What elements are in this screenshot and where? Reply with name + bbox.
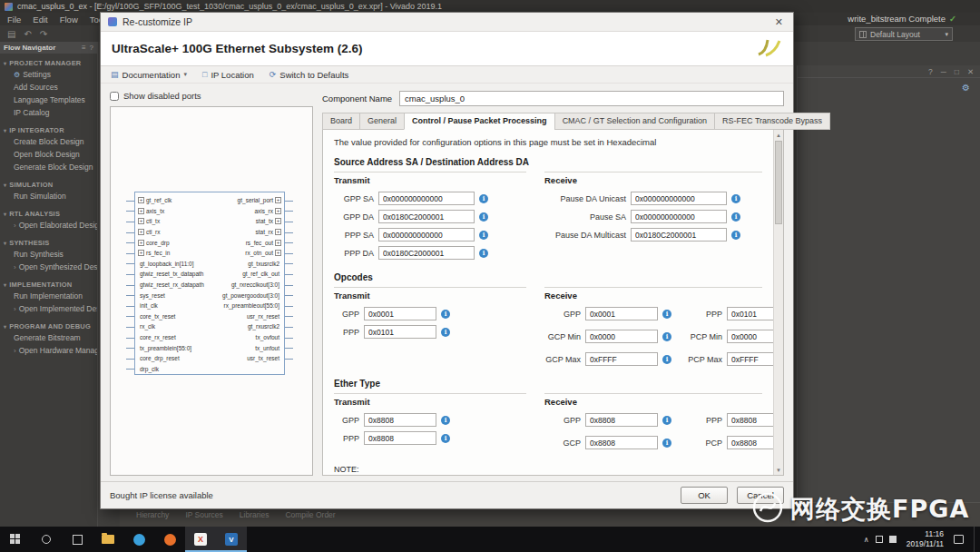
taskbar-clock[interactable]: 11:16 2019/11/11 [903,529,947,548]
port-expand-icon[interactable]: + [275,218,281,224]
info-icon[interactable]: i [441,434,450,443]
hex-input[interactable] [364,431,436,445]
redo-icon[interactable]: ↷ [40,29,47,39]
gear-icon[interactable]: ⚙ [962,83,970,93]
port-expand-icon[interactable]: + [275,229,281,235]
hex-input[interactable] [631,210,727,223]
hex-input[interactable] [585,330,658,343]
info-icon[interactable]: i [662,310,671,319]
volume-icon[interactable] [889,536,897,543]
ok-button[interactable]: OK [681,487,728,504]
hex-input[interactable] [631,228,727,242]
ip-location-link[interactable]: □ IP Location [202,70,254,80]
panel-minimize-icon[interactable]: ─ [941,67,946,76]
info-icon[interactable]: i [662,439,671,448]
hex-input[interactable] [727,352,773,366]
info-icon[interactable]: i [662,332,671,341]
info-icon[interactable]: i [662,355,671,364]
show-desktop-button[interactable] [974,527,977,552]
port-expand-icon[interactable]: + [275,208,281,214]
panel-close-icon[interactable]: ✕ [967,67,974,76]
file-explorer-button[interactable] [93,527,123,552]
panel-help-icon[interactable]: ? [928,67,933,76]
sidebar-item-run-synthesis[interactable]: Run Synthesis [0,248,97,261]
hex-input[interactable] [378,192,475,205]
switch-to-defaults-link[interactable]: ⟳ Switch to Defaults [270,70,349,80]
port-expand-icon[interactable]: + [138,208,144,214]
panel-tab[interactable]: Hierarchy [136,510,169,519]
sidebar-item-open-block-design[interactable]: Open Block Design [0,148,97,161]
show-disabled-ports-checkbox[interactable] [110,92,119,101]
hex-input[interactable] [585,413,658,427]
scroll-up-icon[interactable]: ▲ [774,130,783,140]
info-icon[interactable]: i [662,416,671,425]
hex-input[interactable] [364,325,436,339]
tab-general[interactable]: General [359,113,405,130]
task-view-button[interactable] [62,527,93,552]
info-icon[interactable]: i [731,194,740,203]
sidebar-item-settings[interactable]: ⚙Settings [0,68,97,81]
info-icon[interactable]: i [731,212,740,222]
close-icon[interactable]: ✕ [772,16,786,28]
hex-input[interactable] [378,210,475,223]
sidebar-item-run-simulation[interactable]: Run Simulation [0,190,97,202]
sidebar-item-open-implemented-design[interactable]: ›Open Implemented Design [0,302,97,315]
browser-button[interactable] [123,527,154,552]
info-icon[interactable]: i [479,194,488,203]
editor-taskbar-button[interactable]: V [216,527,247,552]
port-expand-icon[interactable]: + [138,250,144,256]
flow-nav-section-header[interactable]: PROJECT MANAGER [0,58,97,68]
tab-board[interactable]: Board [322,113,360,130]
tab-control-pause-packet-processing[interactable]: Control / Pause Packet Processing [404,113,555,130]
hex-input[interactable] [585,352,658,366]
firefox-button[interactable] [154,527,185,552]
flow-nav-section-header[interactable]: SIMULATION [0,180,97,190]
tab-rsfec-transcode-bypass[interactable]: RS-FEC Transcode Bypass [714,113,830,130]
info-icon[interactable]: i [731,231,740,240]
hex-input[interactable] [727,330,773,343]
content-scrollbar[interactable]: ▲ ▼ [773,130,783,475]
vivado-taskbar-button[interactable]: X [185,527,216,552]
sidebar-item-ip-catalog[interactable]: IP Catalog [0,106,97,119]
hex-input[interactable] [364,413,436,427]
help-icon[interactable]: ? [90,44,93,52]
info-icon[interactable]: i [441,416,450,425]
port-expand-icon[interactable]: + [138,197,144,203]
flow-nav-section-header[interactable]: IMPLEMENTATION [0,280,97,290]
port-expand-icon[interactable]: + [275,250,281,256]
undo-icon[interactable]: ↶ [24,29,31,39]
sidebar-item-add-sources[interactable]: Add Sources [0,81,97,94]
sidebar-item-open-elaborated-design[interactable]: ›Open Elaborated Design [0,219,97,232]
info-icon[interactable]: i [479,212,488,222]
scroll-down-icon[interactable]: ▼ [774,465,783,475]
sidebar-item-create-block-design[interactable]: Create Block Design [0,135,97,148]
port-expand-icon[interactable]: + [138,240,144,246]
hex-input[interactable] [378,246,475,260]
hex-input[interactable] [727,413,773,427]
start-button[interactable] [0,527,31,552]
hex-input[interactable] [585,307,658,320]
sidebar-item-generate-bitstream[interactable]: Generate Bitstream [0,331,97,344]
hex-input[interactable] [727,436,773,449]
flow-nav-section-header[interactable]: SYNTHESIS [0,238,97,248]
menu-file[interactable]: File [7,15,21,25]
sidebar-item-open-synthesized-design[interactable]: ›Open Synthesized Design [0,261,97,273]
sidebar-item-language-templates[interactable]: Language Templates [0,94,97,106]
save-icon[interactable]: ▤ [7,29,15,39]
port-expand-icon[interactable]: + [275,197,281,203]
panel-restore-icon[interactable]: □ [955,67,959,76]
panel-tab[interactable]: IP Sources [185,510,222,519]
menu-flow[interactable]: Flow [60,15,78,25]
tray-expand-icon[interactable]: ∧ [864,536,869,544]
panel-tab[interactable]: Compile Order [285,510,335,519]
port-expand-icon[interactable]: + [138,218,144,224]
search-button[interactable] [31,527,62,552]
hex-input[interactable] [378,228,475,242]
hex-input[interactable] [727,307,773,320]
documentation-link[interactable]: ▤ Documentation ▾ [111,70,187,80]
flow-nav-section-header[interactable]: IP INTEGRATOR [0,125,97,135]
sidebar-item-run-implementation[interactable]: Run Implementation [0,290,97,302]
hex-input[interactable] [364,307,436,320]
sidebar-item-open-hardware-manager[interactable]: ›Open Hardware Manager [0,344,97,357]
scrollbar-thumb[interactable] [775,141,782,224]
